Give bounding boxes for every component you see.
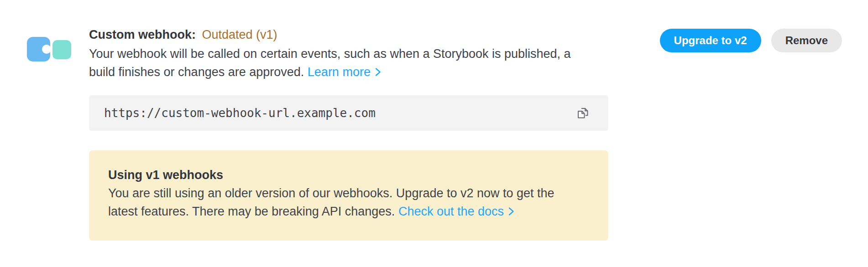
webhook-title: Custom webhook:	[89, 28, 196, 41]
webhook-heading: Custom webhook: Outdated (v1)	[89, 26, 608, 44]
warning-line1: You are still using an older version of …	[108, 186, 554, 200]
webhook-section: Custom webhook: Outdated (v1) Your webho…	[89, 26, 608, 81]
check-docs-link[interactable]: Check out the docs	[398, 205, 514, 218]
webhook-url-field[interactable]: https://custom-webhook-url.example.com	[89, 95, 608, 131]
chevron-right-icon	[375, 64, 381, 82]
description-line1: Your webhook will be called on certain e…	[89, 47, 571, 61]
upgrade-to-v2-button[interactable]: Upgrade to v2	[660, 29, 761, 52]
status-badge-outdated: Outdated (v1)	[202, 28, 277, 41]
learn-more-link[interactable]: Learn more	[308, 65, 381, 79]
warning-line2: latest features. There may be breaking A…	[108, 205, 395, 218]
check-docs-label: Check out the docs	[398, 205, 504, 218]
webhook-puzzle-icon	[26, 36, 72, 62]
copy-icon	[576, 107, 589, 119]
description-line2: build finishes or changes are approved.	[89, 65, 304, 79]
v1-warning-panel: Using v1 webhooks You are still using an…	[89, 150, 608, 241]
copy-url-button[interactable]	[575, 105, 591, 121]
webhook-url-value[interactable]: https://custom-webhook-url.example.com	[104, 106, 575, 120]
learn-more-label: Learn more	[308, 65, 371, 79]
remove-webhook-button[interactable]: Remove	[771, 29, 842, 52]
chevron-right-icon	[508, 203, 514, 221]
puzzle-pieces-graphic	[26, 36, 72, 62]
warning-body: You are still using an older version of …	[108, 184, 589, 221]
warning-title: Using v1 webhooks	[108, 166, 589, 184]
webhook-description: Your webhook will be called on certain e…	[89, 45, 608, 81]
webhook-actions: Upgrade to v2 Remove	[660, 29, 842, 52]
